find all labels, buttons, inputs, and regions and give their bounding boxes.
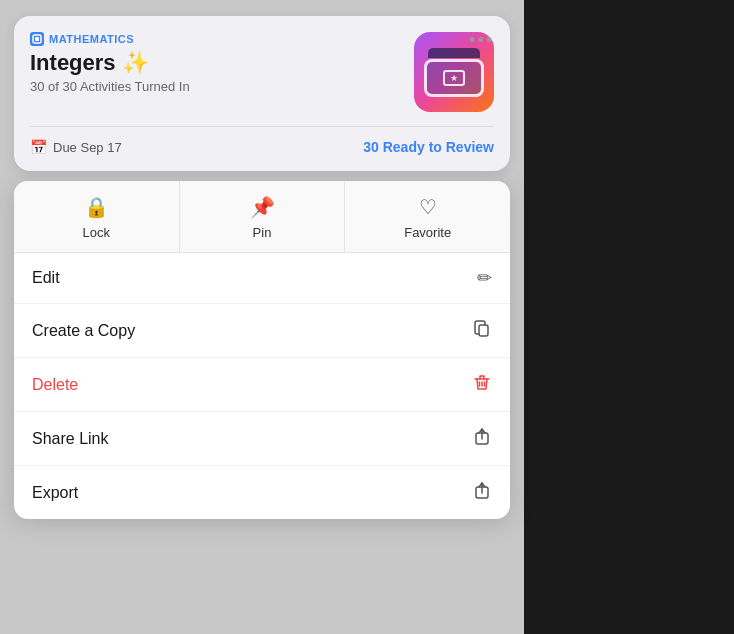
assignment-card: MATHEMATICS Integers ✨ 30 of 30 Activiti… [14, 16, 510, 171]
edit-icon: ✏ [477, 267, 492, 289]
edit-label: Edit [32, 269, 60, 287]
lock-button[interactable]: 🔒 Lock [14, 181, 180, 252]
create-copy-menu-item[interactable]: Create a Copy [14, 304, 510, 358]
heart-icon: ♡ [419, 195, 437, 219]
svg-rect-2 [479, 325, 488, 336]
lock-label: Lock [83, 225, 110, 240]
lock-icon: 🔒 [84, 195, 109, 219]
card-title: Integers ✨ [30, 50, 402, 76]
delete-menu-item[interactable]: Delete [14, 358, 510, 412]
more-options-button[interactable]: ••• [469, 30, 494, 51]
ready-to-review-button[interactable]: 30 Ready to Review [363, 139, 494, 155]
share-link-label: Share Link [32, 430, 109, 448]
due-date-label: Due Sep 17 [53, 140, 122, 155]
pin-icon: 📌 [250, 195, 275, 219]
dark-background [524, 0, 734, 634]
subject-icon [30, 32, 44, 46]
edit-menu-item[interactable]: Edit ✏ [14, 253, 510, 304]
due-date: 📅 Due Sep 17 [30, 139, 122, 155]
copy-icon [472, 318, 492, 343]
subject-label: MATHEMATICS [30, 32, 402, 46]
card-subtitle: 30 of 30 Activities Turned In [30, 79, 402, 94]
menu-top-actions: 🔒 Lock 📌 Pin ♡ Favorite [14, 181, 510, 253]
favorite-button[interactable]: ♡ Favorite [345, 181, 510, 252]
export-icon [472, 480, 492, 505]
export-menu-item[interactable]: Export [14, 466, 510, 519]
create-copy-label: Create a Copy [32, 322, 135, 340]
calendar-icon: 📅 [30, 139, 47, 155]
context-menu: 🔒 Lock 📌 Pin ♡ Favorite Edit ✏ Create a … [14, 181, 510, 519]
pin-button[interactable]: 📌 Pin [180, 181, 346, 252]
share-icon [472, 426, 492, 451]
favorite-label: Favorite [404, 225, 451, 240]
svg-rect-1 [35, 37, 39, 41]
delete-label: Delete [32, 376, 78, 394]
share-link-menu-item[interactable]: Share Link [14, 412, 510, 466]
pin-label: Pin [253, 225, 272, 240]
trash-icon [472, 372, 492, 397]
export-label: Export [32, 484, 78, 502]
